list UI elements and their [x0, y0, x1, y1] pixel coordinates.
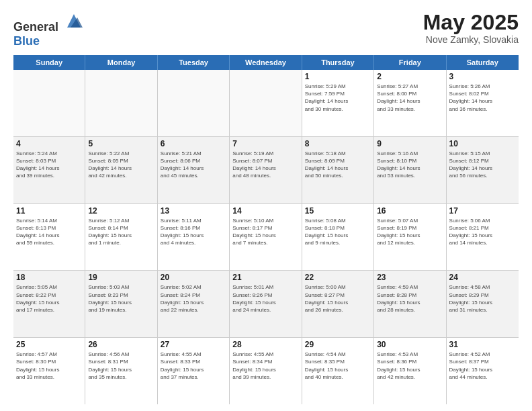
- day-number: 21: [232, 273, 298, 282]
- day-number: 20: [161, 273, 226, 282]
- day-number: 14: [232, 206, 298, 216]
- calendar-cell: 7Sunrise: 5:19 AM Sunset: 8:07 PM Daylig…: [230, 137, 302, 203]
- day-number: 11: [16, 206, 82, 216]
- header-thursday: Thursday: [302, 55, 374, 70]
- cell-info: Sunrise: 5:11 AM Sunset: 8:16 PM Dayligh…: [161, 217, 226, 247]
- cell-info: Sunrise: 5:14 AM Sunset: 8:13 PM Dayligh…: [16, 217, 82, 247]
- calendar-cell: 17Sunrise: 5:06 AM Sunset: 8:21 PM Dayli…: [447, 204, 519, 271]
- calendar-cell: 3Sunrise: 5:26 AM Sunset: 8:02 PM Daylig…: [447, 70, 519, 136]
- cell-info: Sunrise: 4:58 AM Sunset: 8:29 PM Dayligh…: [449, 283, 516, 314]
- day-number: 24: [449, 273, 516, 282]
- calendar-cell: 27Sunrise: 4:55 AM Sunset: 8:33 PM Dayli…: [158, 338, 230, 404]
- cell-info: Sunrise: 5:12 AM Sunset: 8:14 PM Dayligh…: [88, 217, 154, 247]
- calendar-cell: 4Sunrise: 5:24 AM Sunset: 8:03 PM Daylig…: [13, 137, 85, 203]
- page: General Blue May 2025 Nove Zamky, Slovak…: [0, 0, 532, 411]
- calendar-cell: 2Sunrise: 5:27 AM Sunset: 8:00 PM Daylig…: [374, 70, 446, 136]
- day-number: 8: [305, 139, 371, 148]
- calendar-body: 1Sunrise: 5:29 AM Sunset: 7:59 PM Daylig…: [13, 70, 519, 404]
- cell-info: Sunrise: 5:16 AM Sunset: 8:10 PM Dayligh…: [377, 150, 443, 180]
- calendar-cell: 29Sunrise: 4:54 AM Sunset: 8:35 PM Dayli…: [302, 338, 374, 404]
- cell-info: Sunrise: 5:26 AM Sunset: 8:02 PM Dayligh…: [449, 83, 516, 113]
- header-monday: Monday: [85, 55, 157, 70]
- day-number: 12: [88, 206, 154, 216]
- cell-info: Sunrise: 5:18 AM Sunset: 8:09 PM Dayligh…: [305, 150, 371, 180]
- calendar-cell: 9Sunrise: 5:16 AM Sunset: 8:10 PM Daylig…: [374, 137, 446, 203]
- calendar-cell: 26Sunrise: 4:56 AM Sunset: 8:31 PM Dayli…: [85, 338, 157, 404]
- calendar-cell: 16Sunrise: 5:07 AM Sunset: 8:19 PM Dayli…: [374, 204, 446, 271]
- calendar: Sunday Monday Tuesday Wednesday Thursday…: [13, 55, 519, 404]
- day-number: 5: [88, 139, 154, 148]
- day-number: 28: [232, 340, 298, 349]
- cell-info: Sunrise: 5:21 AM Sunset: 8:06 PM Dayligh…: [161, 150, 226, 180]
- location: Nove Zamky, Slovakia: [423, 34, 519, 45]
- logo-icon: [64, 11, 84, 31]
- day-number: 16: [377, 206, 443, 216]
- day-number: 1: [305, 72, 371, 81]
- cell-info: Sunrise: 5:02 AM Sunset: 8:24 PM Dayligh…: [161, 283, 226, 314]
- day-number: 27: [161, 340, 226, 349]
- calendar-cell: 15Sunrise: 5:08 AM Sunset: 8:18 PM Dayli…: [302, 204, 374, 271]
- week-2: 4Sunrise: 5:24 AM Sunset: 8:03 PM Daylig…: [13, 137, 519, 204]
- cell-info: Sunrise: 4:53 AM Sunset: 8:36 PM Dayligh…: [377, 351, 443, 381]
- calendar-cell: 24Sunrise: 4:58 AM Sunset: 8:29 PM Dayli…: [447, 271, 519, 337]
- calendar-cell: 11Sunrise: 5:14 AM Sunset: 8:13 PM Dayli…: [13, 204, 85, 271]
- day-number: 22: [305, 273, 371, 282]
- cell-info: Sunrise: 4:59 AM Sunset: 8:28 PM Dayligh…: [377, 283, 443, 314]
- calendar-cell: 31Sunrise: 4:52 AM Sunset: 8:37 PM Dayli…: [447, 338, 519, 404]
- header: General Blue May 2025 Nove Zamky, Slovak…: [13, 11, 519, 48]
- day-number: 18: [16, 273, 82, 282]
- day-number: 30: [377, 340, 443, 349]
- cell-info: Sunrise: 5:08 AM Sunset: 8:18 PM Dayligh…: [305, 217, 371, 247]
- week-5: 25Sunrise: 4:57 AM Sunset: 8:30 PM Dayli…: [13, 338, 519, 404]
- week-3: 11Sunrise: 5:14 AM Sunset: 8:13 PM Dayli…: [13, 204, 519, 271]
- week-1: 1Sunrise: 5:29 AM Sunset: 7:59 PM Daylig…: [13, 70, 519, 137]
- cell-info: Sunrise: 5:00 AM Sunset: 8:27 PM Dayligh…: [305, 283, 371, 314]
- day-number: 25: [16, 340, 82, 349]
- cell-info: Sunrise: 4:57 AM Sunset: 8:30 PM Dayligh…: [16, 351, 82, 381]
- logo-blue: Blue: [13, 34, 40, 48]
- cell-info: Sunrise: 4:56 AM Sunset: 8:31 PM Dayligh…: [88, 351, 154, 381]
- day-number: 6: [161, 139, 226, 148]
- calendar-cell: 22Sunrise: 5:00 AM Sunset: 8:27 PM Dayli…: [302, 271, 374, 337]
- cell-info: Sunrise: 5:29 AM Sunset: 7:59 PM Dayligh…: [305, 83, 371, 113]
- day-number: 17: [449, 206, 516, 216]
- calendar-cell: 5Sunrise: 5:22 AM Sunset: 8:05 PM Daylig…: [85, 137, 157, 203]
- calendar-cell: 18Sunrise: 5:05 AM Sunset: 8:22 PM Dayli…: [13, 271, 85, 337]
- cell-info: Sunrise: 5:05 AM Sunset: 8:22 PM Dayligh…: [16, 283, 82, 314]
- calendar-cell: 21Sunrise: 5:01 AM Sunset: 8:26 PM Dayli…: [230, 271, 302, 337]
- cell-info: Sunrise: 5:07 AM Sunset: 8:19 PM Dayligh…: [377, 217, 443, 247]
- calendar-cell: 10Sunrise: 5:15 AM Sunset: 8:12 PM Dayli…: [447, 137, 519, 203]
- day-number: 26: [88, 340, 154, 349]
- day-number: 29: [305, 340, 371, 349]
- calendar-cell: 8Sunrise: 5:18 AM Sunset: 8:09 PM Daylig…: [302, 137, 374, 203]
- cell-info: Sunrise: 5:10 AM Sunset: 8:17 PM Dayligh…: [232, 217, 298, 247]
- cell-info: Sunrise: 5:01 AM Sunset: 8:26 PM Dayligh…: [232, 283, 298, 314]
- header-friday: Friday: [374, 55, 446, 70]
- header-wednesday: Wednesday: [230, 55, 302, 70]
- header-saturday: Saturday: [447, 55, 519, 70]
- day-number: 9: [377, 139, 443, 148]
- header-tuesday: Tuesday: [158, 55, 230, 70]
- cell-info: Sunrise: 5:19 AM Sunset: 8:07 PM Dayligh…: [232, 150, 298, 180]
- cell-info: Sunrise: 4:55 AM Sunset: 8:34 PM Dayligh…: [232, 351, 298, 381]
- calendar-header: Sunday Monday Tuesday Wednesday Thursday…: [13, 55, 519, 70]
- day-number: 31: [449, 340, 516, 349]
- calendar-cell: 6Sunrise: 5:21 AM Sunset: 8:06 PM Daylig…: [158, 137, 230, 203]
- calendar-cell: 30Sunrise: 4:53 AM Sunset: 8:36 PM Dayli…: [374, 338, 446, 404]
- day-number: 10: [449, 139, 516, 148]
- day-number: 15: [305, 206, 371, 216]
- calendar-cell: 13Sunrise: 5:11 AM Sunset: 8:16 PM Dayli…: [158, 204, 230, 271]
- calendar-cell: 14Sunrise: 5:10 AM Sunset: 8:17 PM Dayli…: [230, 204, 302, 271]
- cell-info: Sunrise: 4:54 AM Sunset: 8:35 PM Dayligh…: [305, 351, 371, 381]
- cell-info: Sunrise: 5:22 AM Sunset: 8:05 PM Dayligh…: [88, 150, 154, 180]
- calendar-cell: 12Sunrise: 5:12 AM Sunset: 8:14 PM Dayli…: [85, 204, 157, 271]
- week-4: 18Sunrise: 5:05 AM Sunset: 8:22 PM Dayli…: [13, 271, 519, 338]
- day-number: 4: [16, 139, 82, 148]
- cell-info: Sunrise: 4:52 AM Sunset: 8:37 PM Dayligh…: [449, 351, 516, 381]
- day-number: 13: [161, 206, 226, 216]
- calendar-cell: 19Sunrise: 5:03 AM Sunset: 8:23 PM Dayli…: [85, 271, 157, 337]
- cell-info: Sunrise: 5:27 AM Sunset: 8:00 PM Dayligh…: [377, 83, 443, 113]
- cell-info: Sunrise: 5:06 AM Sunset: 8:21 PM Dayligh…: [449, 217, 516, 247]
- header-sunday: Sunday: [13, 55, 85, 70]
- cell-info: Sunrise: 4:55 AM Sunset: 8:33 PM Dayligh…: [161, 351, 226, 381]
